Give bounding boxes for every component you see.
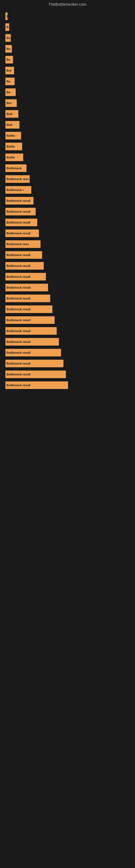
bar-label: Bottleneck result: [6, 199, 31, 203]
bar-label: Bottleneck: [6, 166, 21, 170]
result-bar: Bottleneck result: [5, 197, 34, 205]
result-bar: B: [5, 12, 8, 20]
bar-row: Bott: [5, 121, 130, 129]
bar-row: Bottleneck resu: [5, 240, 130, 248]
bar-label: Bottleneck result: [6, 286, 31, 289]
result-bar: Bottleneck result: [5, 381, 68, 389]
result-bar: Bottleneck result: [5, 262, 44, 270]
result-bar: Bottleneck resu: [5, 175, 30, 183]
result-bar: Bott: [5, 121, 19, 129]
result-bar: Bottleneck r: [5, 186, 31, 194]
bar-row: Bottleneck result: [5, 349, 130, 356]
result-bar: Bo: [5, 56, 13, 63]
bar-row: Bottle: [5, 154, 130, 161]
bar-label: Bot: [6, 69, 11, 72]
bar-label: Bo: [6, 91, 10, 94]
bar-row: Bottleneck result: [5, 381, 130, 389]
result-bar: Bottleneck result: [5, 316, 54, 324]
bar-label: Bott: [6, 123, 12, 126]
bar-row: Bottleneck result: [5, 316, 130, 324]
bar-label: Bottleneck result: [6, 231, 31, 235]
bar-label: B: [6, 26, 9, 29]
bar-row: Bottleneck result: [5, 197, 130, 205]
bar-row: Bottleneck result: [5, 371, 130, 378]
bar-label: Bottleneck result: [6, 318, 31, 322]
result-bar: Bottle: [5, 154, 23, 161]
bar-label: Bottleneck result: [6, 329, 31, 333]
bars-container: BBBoBoBoBotBoBoBotBottBottBottleBottleBo…: [0, 10, 135, 395]
result-bar: Bo: [5, 78, 14, 85]
bar-label: Bo: [6, 58, 10, 61]
result-bar: Bottleneck: [5, 164, 27, 172]
bar-row: Bottleneck r: [5, 186, 130, 194]
bar-label: Bottleneck result: [6, 264, 31, 268]
result-bar: Bottleneck resu: [5, 240, 41, 248]
bar-label: Bottle: [6, 156, 15, 159]
result-bar: Bottle: [5, 132, 21, 140]
bar-label: Bottleneck r: [6, 188, 24, 191]
bar-label: Bottleneck result: [6, 383, 31, 387]
result-bar: Bot: [5, 67, 14, 74]
bar-row: Bottle: [5, 132, 130, 140]
bar-row: Bo: [5, 78, 130, 85]
bar-label: Bo: [6, 47, 10, 51]
result-bar: Bo: [5, 88, 16, 96]
bar-row: Bot: [5, 67, 130, 74]
bar-label: Bottleneck resu: [6, 243, 29, 246]
result-bar: Bottleneck result: [5, 305, 52, 313]
result-bar: Bottleneck result: [5, 273, 46, 280]
result-bar: Bot: [5, 99, 17, 107]
bar-row: Bottleneck result: [5, 229, 130, 237]
bar-label: Bottleneck result: [6, 297, 31, 300]
result-bar: Bott: [5, 110, 18, 118]
result-bar: Bo: [5, 34, 11, 42]
bar-row: Bottleneck result: [5, 284, 130, 291]
bar-row: Bo: [5, 34, 130, 42]
bar-label: Bottleneck result: [6, 275, 31, 278]
bar-label: Bottleneck result: [6, 210, 31, 213]
result-bar: Bottleneck result: [5, 219, 37, 226]
bar-label: Bottleneck result: [6, 373, 31, 376]
result-bar: Bottleneck result: [5, 284, 48, 291]
result-bar: Bottleneck result: [5, 349, 61, 356]
bar-row: Bottleneck result: [5, 208, 130, 215]
result-bar: Bottleneck result: [5, 251, 42, 259]
bar-label: Bottleneck result: [6, 308, 31, 311]
bar-label: Bottle: [6, 134, 15, 137]
bar-row: Bo: [5, 45, 130, 53]
bar-label: Bott: [6, 112, 12, 116]
bar-row: Bo: [5, 88, 130, 96]
bar-row: Bottleneck result: [5, 273, 130, 280]
bar-label: Bot: [6, 101, 11, 105]
bar-label: Bottleneck result: [6, 340, 31, 343]
bar-label: Bottle: [6, 145, 15, 148]
bar-row: Bot: [5, 99, 130, 107]
result-bar: Bottleneck result: [5, 229, 39, 237]
bar-label: Bottleneck result: [6, 362, 31, 365]
result-bar: Bo: [5, 45, 12, 53]
result-bar: Bottleneck result: [5, 208, 36, 215]
bar-label: Bottleneck resu: [6, 177, 29, 181]
result-bar: Bottleneck result: [5, 294, 50, 302]
bar-row: Bottleneck result: [5, 360, 130, 367]
bar-label: Bottleneck result: [6, 221, 31, 224]
bar-label: Bo: [6, 36, 10, 40]
bar-row: Bott: [5, 110, 130, 118]
bar-row: Bottleneck resu: [5, 175, 130, 183]
bar-row: B: [5, 12, 130, 20]
bar-label: Bottleneck result: [6, 351, 31, 354]
site-title: TheBottlenecker.com: [0, 0, 135, 10]
bar-row: Bottleneck result: [5, 305, 130, 313]
bar-label: Bo: [6, 80, 10, 83]
result-bar: B: [5, 23, 9, 31]
result-bar: Bottleneck result: [5, 371, 66, 378]
bar-label: Bottleneck result: [6, 253, 31, 257]
result-bar: Bottle: [5, 143, 22, 150]
bar-row: Bottleneck result: [5, 327, 130, 335]
bar-row: Bottleneck result: [5, 294, 130, 302]
result-bar: Bottleneck result: [5, 327, 57, 335]
result-bar: Bottleneck result: [5, 338, 59, 346]
bar-row: Bottleneck result: [5, 219, 130, 226]
bar-row: B: [5, 23, 130, 31]
bar-row: Bo: [5, 56, 130, 63]
